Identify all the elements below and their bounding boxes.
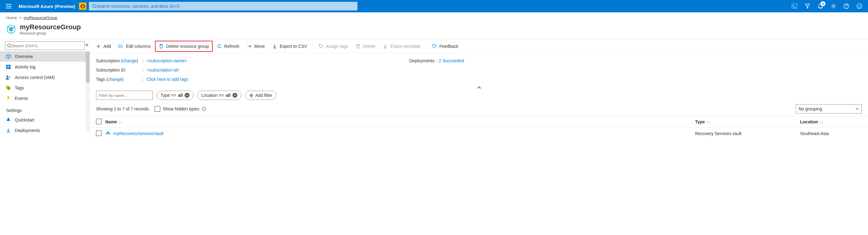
brand-label[interactable]: Microsoft Azure (Preview) [15, 4, 79, 9]
sidebar-item-label: Deployments [15, 128, 40, 133]
tags-icon [5, 85, 11, 91]
svg-point-26 [9, 76, 10, 78]
show-hidden-types-checkbox[interactable]: Show hidden types [155, 106, 206, 112]
search-icon [7, 43, 11, 48]
command-bar: Add Edit columns Delete resource group R… [90, 39, 868, 53]
essentials-panel: Subscription (change) : <subscription-na… [90, 53, 868, 87]
collapse-sidebar-icon[interactable] [85, 43, 88, 47]
sidebar-scrollbar[interactable] [86, 52, 90, 132]
subscription-id-value: <subscription-id> [147, 68, 180, 72]
delete-button[interactable]: Delete [352, 41, 378, 52]
sidebar-search[interactable] [5, 41, 85, 50]
top-header: Microsoft Azure (Preview) 4 [0, 0, 868, 12]
sidebar-item-label: Overview [15, 54, 33, 59]
subscription-name-link[interactable]: <subscription-name> [147, 58, 187, 63]
cloud-shell-icon[interactable] [788, 0, 801, 12]
resource-link[interactable]: myRecoveryServicesVault [105, 131, 695, 136]
add-tags-link[interactable]: Click here to add tags [147, 77, 188, 82]
refresh-button[interactable]: Refresh [214, 41, 243, 52]
sidebar-item-activity-log[interactable]: Activity log [0, 62, 90, 72]
sidebar-item-access-control[interactable]: Access control (IAM) [0, 72, 90, 82]
svg-point-19 [7, 44, 10, 47]
svg-point-25 [6, 75, 8, 77]
change-tags-link[interactable]: change [108, 77, 122, 82]
svg-rect-23 [7, 67, 9, 67]
svg-rect-37 [119, 47, 119, 48]
breadcrumb: Home > myResourceGroup [0, 12, 868, 22]
svg-point-17 [858, 5, 859, 6]
sidebar-item-deployments[interactable]: Deployments [0, 125, 90, 136]
sidebar-item-quickstart[interactable]: Quickstart [0, 115, 90, 125]
header-icons: 4 [788, 0, 866, 12]
feedback-button[interactable]: Feedback [429, 41, 461, 52]
clear-type-filter-icon[interactable]: ✕ [185, 93, 189, 98]
global-search[interactable] [89, 2, 358, 10]
table-header: Name↑↓ Type↑↓ Location↑↓ [90, 116, 868, 128]
heart-icon [432, 44, 437, 49]
records-count: Showing 1 to 7 of 7 records. [96, 106, 150, 111]
settings-icon[interactable] [827, 0, 840, 12]
download-icon [383, 44, 388, 49]
export-csv-button[interactable]: Export to CSV [269, 41, 310, 52]
sidebar-item-events[interactable]: Events [0, 93, 90, 104]
deployments-icon [5, 128, 11, 133]
svg-line-20 [10, 46, 11, 47]
svg-rect-36 [119, 46, 119, 46]
change-subscription-link[interactable]: change [123, 58, 137, 63]
row-checkbox[interactable] [96, 130, 101, 136]
sidebar-item-label: Activity log [15, 64, 35, 69]
column-header-name[interactable]: Name↑↓ [105, 119, 695, 124]
breadcrumb-current[interactable]: myResourceGroup [24, 15, 57, 20]
activity-log-icon [5, 64, 11, 70]
breadcrumb-home[interactable]: Home [6, 15, 17, 20]
column-header-type[interactable]: Type↑↓ [695, 119, 800, 124]
menu-icon[interactable] [2, 0, 15, 12]
svg-line-5 [81, 5, 81, 6]
sidebar-item-overview[interactable]: Overview [0, 51, 90, 62]
resource-location: Southeast Asia [800, 131, 862, 136]
records-row: Showing 1 to 7 of 7 records. Show hidden… [90, 102, 868, 116]
assign-tags-button[interactable]: Assign tags [315, 41, 351, 52]
collapse-essentials-icon[interactable] [477, 86, 481, 90]
download-icon [272, 44, 277, 49]
directory-filter-icon[interactable] [801, 0, 814, 12]
sidebar-search-input[interactable] [11, 43, 83, 48]
deployments-link[interactable]: 2 Succeeded [439, 58, 464, 63]
clear-location-filter-icon[interactable]: ✕ [232, 93, 237, 98]
plus-icon [96, 44, 101, 49]
quickstart-icon [5, 117, 11, 123]
global-search-input[interactable] [96, 4, 354, 9]
trash-icon [355, 44, 361, 49]
feedback-smiley-icon[interactable] [853, 0, 866, 12]
type-filter-pill[interactable]: Type == all ✕ [156, 91, 193, 100]
svg-point-27 [7, 87, 8, 88]
sidebar-item-tags[interactable]: Tags [0, 82, 90, 93]
preview-bug-icon[interactable] [79, 2, 87, 10]
tags-icon [318, 44, 323, 49]
sidebar-item-label: Tags [15, 86, 24, 90]
move-button[interactable]: Move [244, 41, 268, 52]
sidebar-item-label: Quickstart [15, 118, 34, 123]
sidebar: Overview Activity log Access control (IA… [0, 39, 90, 139]
help-icon[interactable] [840, 0, 852, 12]
delete-resource-group-button[interactable]: Delete resource group [155, 41, 213, 52]
sidebar-settings-header: Settings [0, 104, 90, 115]
page-title: myResourceGroup [20, 23, 81, 31]
trash-icon [159, 44, 164, 49]
page-subtitle: Resource group [20, 31, 81, 35]
export-template-button[interactable]: Export template [380, 41, 424, 52]
column-header-location[interactable]: Location↑↓ [800, 119, 862, 124]
svg-line-6 [84, 5, 85, 6]
info-icon[interactable] [202, 107, 206, 111]
svg-point-15 [846, 7, 847, 8]
select-all-checkbox[interactable] [96, 119, 101, 124]
notifications-icon[interactable]: 4 [814, 0, 827, 12]
grouping-select[interactable]: No grouping [796, 104, 862, 113]
add-filter-button[interactable]: Add filter [245, 91, 276, 100]
columns-icon [119, 44, 123, 49]
location-filter-pill[interactable]: Location == all ✕ [197, 91, 241, 100]
add-button[interactable]: Add [93, 41, 114, 52]
svg-point-41 [320, 45, 320, 46]
filter-by-name-input[interactable] [96, 91, 153, 100]
edit-columns-button[interactable]: Edit columns [116, 41, 154, 52]
